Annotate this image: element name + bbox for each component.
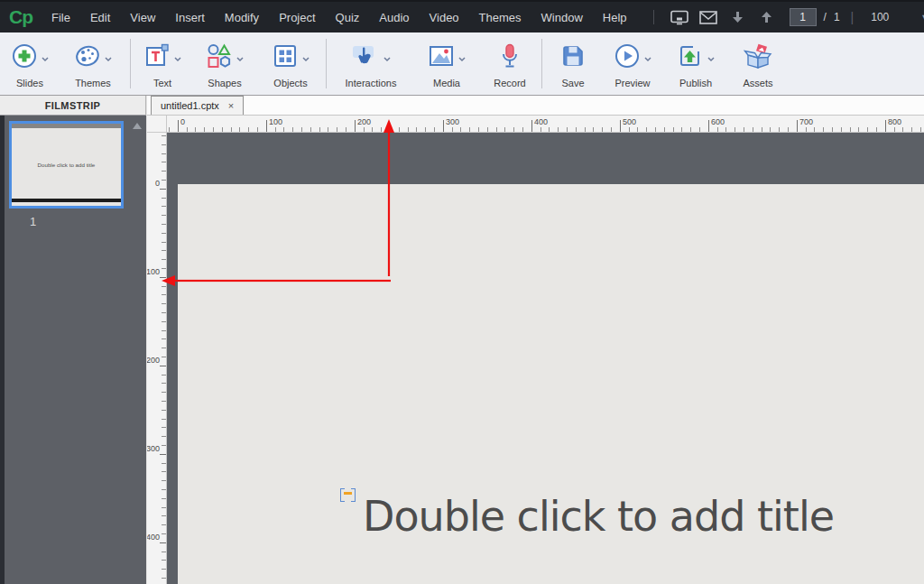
menu-item-help[interactable]: Help [593,2,637,32]
ruler-corner [147,116,167,133]
thumbnail-theme-topbar [12,124,121,128]
pasteboard: Double click to add title [167,133,924,584]
ruler-major-tick [160,277,166,278]
ruler-major-tick [160,189,166,190]
ruler-major-tick [885,120,886,132]
panel-edge-strip [0,116,5,584]
ruler-label: 300 [446,117,459,126]
slide-thumbnail-preview: Double click to add title [12,124,121,206]
toolbar-label: Text [153,78,171,88]
ruler-label: 200 [357,117,371,126]
horizontal-ruler: 0100200300400500600700800 [167,116,924,133]
zoom-level-value[interactable]: 100 [864,11,895,23]
toolbar-label: Objects [273,78,307,88]
menubar-right-controls: 1 / 1 | 100 ▼ [642,6,924,28]
shapes-button[interactable]: Shapes [192,32,257,95]
menu-item-audio[interactable]: Audio [369,2,419,32]
shapes-dropdown-chevron-icon[interactable] [236,50,244,66]
toolbar-label: Publish [679,78,712,88]
menu-item-edit[interactable]: Edit [80,2,120,32]
toolbar-label: Interactions [346,78,397,88]
workspace: FILMSTRIP Double click to add title 1 un [0,96,924,584]
divider: | [851,10,855,24]
interactions-button[interactable]: Interactions [328,32,413,95]
ruler-label: 100 [269,117,282,126]
menu-item-window[interactable]: Window [531,2,593,32]
tab-close-icon[interactable]: × [228,101,234,111]
preview-icon [614,42,641,73]
menu-item-quiz[interactable]: Quiz [326,2,370,32]
zoom-dropdown-caret-icon[interactable]: ▼ [920,13,924,22]
captivate-logo: Cp [9,6,32,28]
themes-button[interactable]: Themes [58,32,128,95]
ruler-major-tick [620,120,621,132]
ruler-major-tick [797,120,798,132]
ruler-major-tick [160,542,166,543]
slide-stage[interactable]: Double click to add title [178,184,924,584]
ruler-major-tick [708,120,709,132]
menu-item-themes[interactable]: Themes [469,2,531,32]
ruler-major-tick [355,120,356,132]
objects-button[interactable]: Objects [257,32,324,95]
media-button[interactable]: Media [413,32,480,95]
slides-button[interactable]: Slides [2,32,58,95]
toolbar-label: Slides [16,78,43,88]
publish-button[interactable]: Publish [663,32,728,95]
add-slide-icon [11,42,38,73]
ruler-label: 500 [623,117,636,126]
ruler-label: 300 [147,444,160,453]
assets-button[interactable]: Assets [728,32,788,95]
toolbar-divider [326,39,327,88]
slide-number-label: 1 [30,215,36,228]
preview-dropdown-chevron-icon[interactable] [644,50,651,66]
document-tab-title: untitled1.cptx [161,100,219,111]
slide-count-slash: / [824,11,827,23]
menu-items: FileEditViewInsertModifyProjectQuizAudio… [42,2,637,32]
ruler-label: 600 [711,117,725,126]
ruler-label: 0 [155,179,160,188]
menu-item-project[interactable]: Project [269,2,325,32]
toolbar-label: Assets [743,78,772,88]
objects-dropdown-chevron-icon[interactable] [302,50,310,66]
filmstrip-body: Double click to add title 1 [0,116,146,584]
themes-dropdown-chevron-icon[interactable] [105,50,112,66]
review-screen-icon[interactable] [668,6,691,28]
filmstrip-panel: FILMSTRIP Double click to add title 1 [0,96,146,584]
toolbar-label: Shapes [208,78,241,88]
menu-item-video[interactable]: Video [420,2,469,32]
menu-item-view[interactable]: View [120,2,165,32]
ruler-major-tick [443,120,444,132]
next-slide-up-arrow-icon[interactable] [754,6,778,28]
slide-thumbnail-1[interactable]: Double click to add title [9,121,124,209]
document-tab-bar: untitled1.cptx × [147,96,924,116]
save-button[interactable]: Save [544,32,602,95]
menu-item-modify[interactable]: Modify [215,2,269,32]
previous-slide-down-arrow-icon[interactable] [725,6,749,28]
publish-dropdown-chevron-icon[interactable] [707,50,715,66]
menu-item-insert[interactable]: Insert [165,2,215,32]
slide-title-placeholder[interactable]: Double click to add title [363,493,834,541]
slides-dropdown-chevron-icon[interactable] [42,50,49,66]
divider [653,10,654,24]
toolbar-divider [130,39,131,88]
mail-icon[interactable] [697,6,720,28]
ruler-major-tick [531,120,532,132]
objects-icon [272,42,299,73]
current-slide-input[interactable]: 1 [790,8,817,26]
interactions-dropdown-chevron-icon[interactable] [383,50,391,66]
scroll-up-arrow-icon[interactable] [133,123,142,129]
ruler-label: 200 [147,356,160,365]
preview-button[interactable]: Preview [602,32,663,95]
toolbar-label: Media [433,78,460,88]
save-icon [559,42,587,73]
filmstrip-panel-header[interactable]: FILMSTRIP [0,96,146,116]
shapes-icon [206,42,233,73]
text-dropdown-chevron-icon[interactable] [174,50,181,66]
media-dropdown-chevron-icon[interactable] [458,50,466,66]
document-tab[interactable]: untitled1.cptx × [151,96,244,115]
record-button[interactable]: Record [480,32,540,95]
menu-item-file[interactable]: File [42,2,80,32]
ruler-label: 400 [534,117,548,126]
toolbar-label: Save [561,78,584,88]
text-button[interactable]: Text [133,32,192,95]
